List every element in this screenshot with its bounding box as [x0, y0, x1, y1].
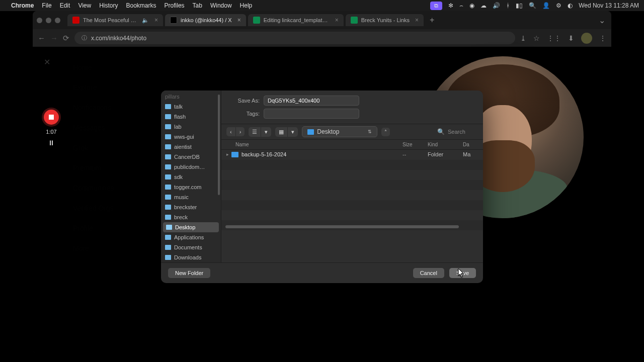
new-tab-button[interactable]: +: [426, 14, 438, 27]
menu-view[interactable]: View: [78, 2, 91, 9]
window-controls[interactable]: [37, 18, 60, 23]
profile-avatar[interactable]: [581, 33, 592, 44]
chrome-menu-icon[interactable]: ⋮: [599, 34, 606, 42]
menu-history[interactable]: History: [99, 2, 118, 9]
menu-tab[interactable]: Tab: [193, 2, 202, 9]
grid-view-icon[interactable]: ▦: [275, 127, 288, 137]
menu-bookmarks[interactable]: Bookmarks: [126, 2, 156, 9]
search-icon: 🔍: [437, 128, 445, 135]
sidebar-item[interactable]: lab: [161, 122, 221, 132]
screenshare-icon[interactable]: ⧉: [430, 2, 442, 10]
url-field[interactable]: ⓘ x.com/inkko44/photo: [74, 32, 515, 44]
folder-icon: [165, 104, 171, 109]
nav-forward-button[interactable]: ›: [236, 127, 245, 136]
menubar-app[interactable]: Chrome: [11, 2, 34, 9]
col-name[interactable]: Name: [235, 142, 403, 147]
sidebar-item[interactable]: flash: [161, 112, 221, 122]
sidebar-item[interactable]: talk: [161, 102, 221, 112]
menu-window[interactable]: Window: [210, 2, 232, 9]
menu-profiles[interactable]: Profiles: [165, 2, 185, 9]
close-tab-icon[interactable]: ×: [335, 17, 339, 24]
col-kind[interactable]: Kind: [428, 142, 463, 147]
reload-button[interactable]: ⟳: [63, 34, 69, 43]
nav-back-button[interactable]: ‹: [226, 127, 236, 136]
file-row[interactable]: ▸ backup-5-16-2024 -- Folder Ma: [221, 150, 483, 159]
disclosure-icon[interactable]: ▸: [226, 152, 231, 157]
tags-input[interactable]: [264, 109, 359, 119]
new-folder-button[interactable]: New Folder: [168, 268, 210, 278]
list-view-icon[interactable]: ☰: [249, 127, 261, 137]
downloads-icon[interactable]: ⬇: [568, 34, 574, 42]
tabs-overflow-icon[interactable]: ⌄: [597, 14, 607, 27]
bluetooth-icon[interactable]: ᚼ: [506, 2, 510, 9]
sidebar-item[interactable]: wws-gui: [161, 132, 221, 142]
record-icon[interactable]: ◉: [469, 2, 474, 9]
view-options-icon[interactable]: ▾: [261, 127, 271, 137]
control-center-icon[interactable]: ⚙: [556, 2, 561, 9]
col-size[interactable]: Size: [403, 142, 428, 147]
tab-title: inkko (@inkko44) / X: [181, 17, 232, 23]
user-icon[interactable]: 👤: [542, 2, 550, 9]
save-button[interactable]: Save: [449, 268, 476, 278]
sidebar-item-label: music: [174, 194, 189, 200]
save-as-input[interactable]: [264, 96, 359, 106]
location-dropdown[interactable]: Desktop ⇅: [302, 126, 377, 137]
minimize-window-icon[interactable]: [46, 18, 51, 23]
menu-edit[interactable]: Edit: [60, 2, 70, 9]
back-button[interactable]: ←: [38, 34, 45, 42]
tab-links[interactable]: Breck Yunits - Links ×: [346, 14, 424, 26]
search-input[interactable]: [448, 129, 478, 135]
sidebar-item[interactable]: Desktop: [163, 222, 219, 232]
sidebar-item[interactable]: sdk: [161, 172, 221, 182]
sidebar-item[interactable]: Downloads: [161, 252, 221, 262]
col-date[interactable]: Da: [463, 142, 478, 147]
menu-help[interactable]: Help: [240, 2, 253, 9]
tab-editing[interactable]: Editing linkcard_templated6 ×: [248, 14, 344, 26]
grid-options-icon[interactable]: ▾: [288, 127, 298, 137]
close-tab-icon[interactable]: ×: [415, 17, 419, 24]
zoom-window-icon[interactable]: [55, 18, 60, 23]
sidebar-item[interactable]: togger.com: [161, 182, 221, 192]
extensions-icon[interactable]: ⋮⋮: [547, 34, 561, 42]
clock[interactable]: Wed Nov 13 11:28 AM: [579, 2, 639, 9]
file-kind: Folder: [428, 151, 463, 157]
close-tab-icon[interactable]: ×: [154, 17, 158, 24]
close-window-icon[interactable]: [37, 18, 42, 23]
battery-icon[interactable]: ▮▯: [516, 2, 523, 9]
sidebar-item[interactable]: music: [161, 192, 221, 202]
wifi-icon[interactable]: ⌢: [459, 2, 463, 9]
sidebar-item[interactable]: breck: [161, 212, 221, 222]
sidebar-item[interactable]: Documents: [161, 242, 221, 252]
sidebar-item[interactable]: breckster: [161, 202, 221, 212]
bookmark-icon[interactable]: ☆: [533, 34, 540, 42]
sidebar-item[interactable]: Applications: [161, 232, 221, 242]
finder-sidebar[interactable]: pillars talkflashlabwws-guiaientistCance…: [161, 90, 221, 262]
forward-button[interactable]: →: [50, 34, 58, 42]
save-as-label: Save As:: [229, 98, 260, 104]
sidebar-item[interactable]: aientist: [161, 142, 221, 152]
siri-icon[interactable]: ◐: [568, 2, 573, 9]
audio-icon[interactable]: 🔈: [142, 17, 149, 24]
site-info-icon[interactable]: ⓘ: [82, 34, 87, 42]
tab-youtube[interactable]: The Most Peaceful Music 🔈 ×: [67, 14, 163, 26]
sidebar-scrollbar[interactable]: [218, 95, 220, 195]
volume-icon[interactable]: 🔊: [493, 2, 500, 9]
sidebar-item[interactable]: pillars: [161, 92, 221, 102]
spotlight-icon[interactable]: 🔍: [529, 2, 536, 9]
cancel-button[interactable]: Cancel: [413, 268, 444, 278]
collapse-dialog-button[interactable]: ˄: [381, 128, 390, 136]
folder-icon: [165, 164, 171, 169]
close-tab-icon[interactable]: ×: [237, 17, 241, 24]
horizontal-scrollbar[interactable]: [225, 225, 459, 228]
sidebar-item[interactable]: CancerDB: [161, 152, 221, 162]
install-icon[interactable]: ⤓: [520, 34, 526, 42]
pause-recording-button[interactable]: ⏸: [48, 139, 55, 147]
file-list-header[interactable]: Name Size Kind Da: [221, 140, 483, 150]
file-list[interactable]: ▸ backup-5-16-2024 -- Folder Ma: [221, 150, 483, 230]
sidebar-item[interactable]: publicdom…: [161, 162, 221, 172]
menu-file[interactable]: File: [42, 2, 51, 9]
cloud-icon[interactable]: ☁: [480, 2, 487, 9]
tab-x[interactable]: inkko (@inkko44) / X ×: [165, 14, 246, 26]
stop-recording-button[interactable]: [44, 110, 59, 125]
sparkle-icon[interactable]: ✻: [448, 2, 453, 9]
